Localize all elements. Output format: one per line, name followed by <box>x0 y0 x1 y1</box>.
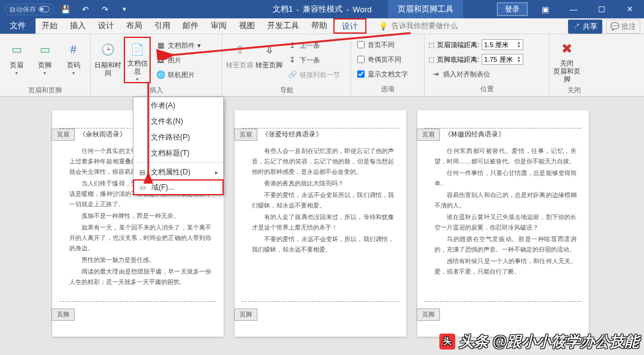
show-doc-checkbox[interactable]: 显示文档文字 <box>357 68 408 81</box>
login-button[interactable]: 登录 <box>497 2 528 16</box>
maximize-icon[interactable]: ☐ <box>588 0 616 18</box>
minimize-icon[interactable]: — <box>559 0 588 18</box>
goto-footer-button[interactable]: ⇩转至页脚 <box>256 37 282 83</box>
header-title-1: 《余秋雨语录》 <box>79 130 126 139</box>
dd-filepath[interactable]: 文件路径(P) <box>134 129 223 145</box>
quickparts-button[interactable]: ▦文档部件 ▾ <box>153 39 203 52</box>
prev-section-button[interactable]: ↥上一条 <box>285 39 343 52</box>
page-3: 页眉 《林徽因经典语录》 任何东西都可被替代。爱情，往事，记忆，失望，时间……都… <box>417 110 589 337</box>
group-label-hf: 页眉和页脚 <box>0 86 90 97</box>
tab-file[interactable]: 文件 <box>0 18 36 34</box>
dd-author[interactable]: 作者(A) <box>134 97 223 113</box>
bulb-icon: 💡 <box>379 22 388 31</box>
ribbon-options-icon[interactable]: ▣ <box>531 0 559 18</box>
dd-docprop[interactable]: ▤文档属性(D)▸ <box>134 164 223 180</box>
title-bar: 自动保存 💾 ↶ ↷ ▼ 文档1 - 兼容性模式 - Word 页眉和页脚工具 … <box>0 0 644 18</box>
share-button[interactable]: ↗ 共享 <box>568 20 602 34</box>
group-label-insert: 插入 <box>91 86 222 97</box>
footer-tag[interactable]: 页脚 <box>234 308 257 321</box>
docinfo-button[interactable]: 📄文档信息▾ <box>124 37 151 83</box>
header-tag[interactable]: 页眉 <box>51 129 75 141</box>
body-text-2: 有些人会一直刻在记忆里的，即使忘记了他的声音，忘记了他的笑容，忘记了他的脸，但是… <box>252 146 394 256</box>
group-label-nav: 导航 <box>222 86 350 97</box>
header-tag[interactable]: 页眉 <box>417 129 440 141</box>
goto-header-button[interactable]: ⇧转至页眉 <box>226 37 253 83</box>
tab-references[interactable]: 引用 <box>148 18 176 34</box>
tab-view[interactable]: 视图 <box>233 18 261 34</box>
group-label-options: 选项 <box>351 84 424 96</box>
dd-field[interactable]: ▭域(F)... <box>133 179 224 195</box>
footer-button[interactable]: ▭页脚▾ <box>32 37 58 83</box>
dd-doctitle[interactable]: 文档标题(T) <box>134 145 223 161</box>
ribbon: ▭页眉▾ ▭页脚▾ #页码▾ 页眉和页脚 🕒日期和时间 📄文档信息▾ ▦文档部件… <box>0 34 644 97</box>
body-text-3: 任何东西都可被替代。爱情，往事，记忆，失望，时间……都可以被替代。但是你不能无力… <box>434 146 577 278</box>
pictures-button[interactable]: 🖼图片 <box>153 54 203 67</box>
dd-filename[interactable]: 文件名(N) <box>134 113 223 129</box>
footer-tag[interactable]: 页脚 <box>417 308 440 321</box>
watermark-logo-icon: 头 <box>439 334 455 349</box>
tab-insert[interactable]: 插入 <box>64 18 92 34</box>
page-2: 页眉 《张爱玲经典语录》 有些人会一直刻在记忆里的，即使忘记了他的声音，忘记了他… <box>235 110 406 337</box>
align-tab-button[interactable]: ⇥插入对齐制表位 <box>428 68 523 81</box>
header-button[interactable]: ▭页眉▾ <box>4 37 29 83</box>
context-tab-header-footer: 页眉和页脚工具 <box>388 0 463 18</box>
undo-icon[interactable]: ↶ <box>77 1 93 17</box>
link-previous-button[interactable]: 🔗链接到前一节 <box>285 69 343 81</box>
qa-more-icon[interactable]: ▼ <box>116 1 132 17</box>
tell-me[interactable]: 💡 告诉我你想要做什么 <box>379 18 458 34</box>
window-title: 文档1 - 兼容性模式 - Word <box>273 0 372 18</box>
autosave-toggle[interactable]: 自动保存 <box>5 4 54 15</box>
header-tag[interactable]: 页眉 <box>234 129 257 141</box>
tab-help[interactable]: 帮助 <box>305 18 333 34</box>
footer-distance-input[interactable]: ⬚页脚底端距离:1.75 厘米▲▼ <box>428 53 523 66</box>
document-area[interactable]: 页眉 《余秋雨语录》 任何一个真实的文明人都会自觉不自觉地在心理上过着多种年龄相… <box>0 97 644 355</box>
tab-mailings[interactable]: 邮件 <box>176 18 205 34</box>
datetime-button[interactable]: 🕒日期和时间 <box>94 37 121 83</box>
docinfo-dropdown: 作者(A) 文件名(N) 文件路径(P) 文档标题(T) ▤文档属性(D)▸ ▭… <box>133 97 224 195</box>
tab-developer[interactable]: 开发工具 <box>261 18 305 34</box>
autosave-label: 自动保存 <box>9 5 36 14</box>
online-pictures-button[interactable]: 🌐联机图片 <box>153 69 203 81</box>
diff-oddeven-checkbox[interactable]: 奇偶页不同 <box>357 53 408 66</box>
footer-tag[interactable]: 页脚 <box>51 308 75 321</box>
group-label-position: 位置 <box>425 84 549 96</box>
watermark: 头 头条 @跟小小筱学办公技能 <box>439 332 639 351</box>
close-hf-button[interactable]: ✖关闭页眉和页脚 <box>553 37 580 83</box>
group-label-close: 关闭 <box>550 86 599 97</box>
tab-hf-design[interactable]: 设计 <box>333 18 366 34</box>
header-distance-input[interactable]: ⬚页眉顶端距离:1.5 厘米▲▼ <box>428 39 523 51</box>
header-title-3: 《林徽因经典语录》 <box>444 130 505 139</box>
save-icon[interactable]: 💾 <box>58 1 74 17</box>
diff-first-checkbox[interactable]: 首页不同 <box>357 39 408 51</box>
menu-bar: 文件 开始 插入 设计 布局 引用 邮件 审阅 视图 开发工具 帮助 设计 💡 … <box>0 18 644 34</box>
close-icon[interactable]: × <box>616 0 644 18</box>
pagenum-button[interactable]: #页码▾ <box>61 37 86 83</box>
tab-layout[interactable]: 布局 <box>120 18 148 34</box>
redo-icon[interactable]: ↷ <box>97 1 113 17</box>
tab-home[interactable]: 开始 <box>36 18 64 34</box>
tab-review[interactable]: 审阅 <box>205 18 233 34</box>
tab-design[interactable]: 设计 <box>92 18 120 34</box>
comments-button[interactable]: 💬 批注 <box>606 20 640 34</box>
header-title-2: 《张爱玲经典语录》 <box>262 130 322 139</box>
next-section-button[interactable]: ↧下一条 <box>285 54 343 67</box>
